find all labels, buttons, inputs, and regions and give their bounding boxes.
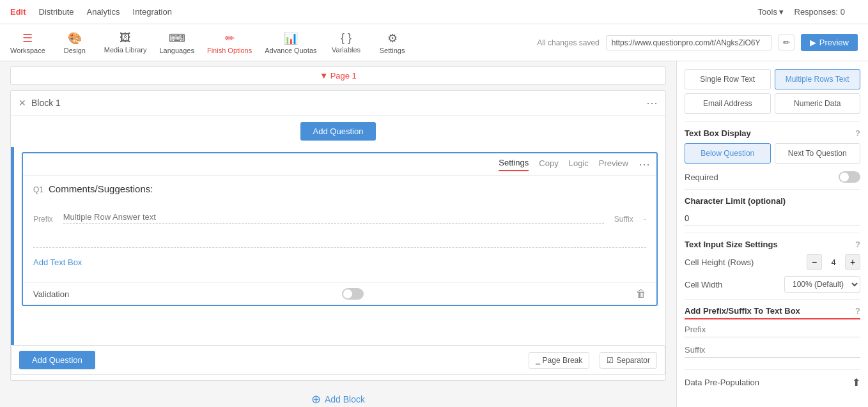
prefix-label: Prefix bbox=[33, 215, 53, 224]
text-area-row bbox=[33, 229, 646, 250]
text-box-display-help[interactable]: ? bbox=[855, 128, 860, 138]
divider-3 bbox=[685, 233, 860, 233]
cell-width-select[interactable]: 100% (Default) bbox=[784, 276, 860, 293]
toolbar-finish-options[interactable]: ✏ Finish Options bbox=[207, 31, 252, 54]
toolbar-settings[interactable]: ⚙ Settings bbox=[376, 31, 409, 54]
validation-toggle[interactable] bbox=[342, 288, 364, 300]
cell-height-increment[interactable]: + bbox=[845, 254, 860, 270]
required-toggle[interactable] bbox=[839, 171, 860, 183]
required-toggle-knob bbox=[840, 173, 849, 181]
delete-question-button[interactable]: 🗑 bbox=[636, 288, 646, 300]
survey-url-input[interactable] bbox=[606, 35, 772, 50]
text-box-display-title: Text Box Display ? bbox=[685, 128, 860, 138]
divider-5 bbox=[685, 369, 860, 370]
data-prepop-row: Data Pre-Population ⬆ bbox=[685, 376, 860, 388]
tab-preview[interactable]: Preview bbox=[599, 158, 628, 171]
toolbar-variables[interactable]: { } Variables bbox=[330, 31, 363, 54]
preview-label: Preview bbox=[819, 38, 849, 47]
survey-link[interactable]: ▼ Page 1 bbox=[320, 71, 357, 81]
right-panel: Single Row Text Multiple Rows Text Email… bbox=[676, 61, 868, 407]
add-block-wrap: ⊕ Add Block bbox=[10, 386, 666, 407]
finish-options-icon: ✏ bbox=[225, 31, 235, 45]
edit-url-button[interactable]: ✏ bbox=[779, 35, 794, 50]
nav-analytics[interactable]: Analytics bbox=[86, 7, 120, 17]
nav-edit[interactable]: Edit bbox=[10, 7, 26, 17]
question-tabs: Settings Copy Logic Preview ⋯ bbox=[23, 153, 656, 176]
page-break-icon: ⎯ bbox=[536, 356, 540, 365]
char-limit-input[interactable] bbox=[685, 211, 860, 226]
left-panel: ▼ Page 1 ✕ Block 1 ⋯ Add Question Settin… bbox=[0, 61, 676, 407]
quotas-icon: 📊 bbox=[284, 31, 298, 45]
toggle-knob bbox=[343, 289, 352, 298]
cell-height-decrement[interactable]: − bbox=[807, 254, 822, 270]
type-single-row[interactable]: Single Row Text bbox=[685, 69, 771, 89]
media-icon: 🖼 bbox=[120, 31, 131, 45]
cell-height-row: Cell Height (Rows) − 4 + bbox=[685, 254, 860, 270]
main-layout: ▼ Page 1 ✕ Block 1 ⋯ Add Question Settin… bbox=[0, 61, 868, 407]
add-block-button[interactable]: ⊕ Add Block bbox=[311, 392, 365, 406]
prefix-suffix-help[interactable]: ? bbox=[855, 306, 860, 316]
display-below-question[interactable]: Below Question bbox=[685, 143, 771, 164]
preview-button[interactable]: ▶ Preview bbox=[801, 34, 858, 51]
toolbar-design[interactable]: 🎨 Design bbox=[58, 31, 91, 54]
toolbar-languages[interactable]: ⌨ Languages bbox=[159, 31, 194, 54]
settings-label: Settings bbox=[380, 47, 405, 54]
type-multiple-rows[interactable]: Multiple Rows Text bbox=[775, 69, 861, 89]
languages-icon: ⌨ bbox=[169, 31, 185, 45]
question-card-q1: Settings Copy Logic Preview ⋯ Q1 Comment… bbox=[22, 152, 658, 306]
separator-icon: ☑ bbox=[607, 356, 614, 365]
tools-button[interactable]: Tools ▾ bbox=[758, 7, 784, 17]
data-prepop-label: Data Pre-Population bbox=[685, 378, 759, 387]
toolbar-media-library[interactable]: 🖼 Media Library bbox=[104, 31, 147, 54]
nav-integration[interactable]: Integration bbox=[133, 7, 172, 17]
page-break-label: Page Break bbox=[543, 356, 583, 365]
divider-1 bbox=[685, 121, 860, 122]
answer-text-input[interactable] bbox=[63, 211, 604, 224]
bottom-add-bar: Add Question ⎯ Page Break ☑ Separator bbox=[11, 345, 665, 375]
bottom-add-question-button[interactable]: Add Question bbox=[19, 351, 95, 369]
divider-2 bbox=[685, 189, 860, 190]
divider-4 bbox=[685, 299, 860, 300]
block-header: ✕ Block 1 ⋯ bbox=[11, 91, 665, 116]
settings-icon: ⚙ bbox=[387, 31, 398, 45]
block-toggle[interactable]: ✕ bbox=[19, 98, 26, 108]
char-limit-title: Character Limit (optional) bbox=[685, 196, 860, 206]
type-numeric[interactable]: Numeric Data bbox=[775, 93, 861, 114]
languages-label: Languages bbox=[159, 47, 194, 54]
media-label: Media Library bbox=[104, 46, 147, 54]
design-icon: 🎨 bbox=[68, 31, 82, 45]
toolbar: ☰ Workspace 🎨 Design 🖼 Media Library ⌨ L… bbox=[0, 24, 868, 61]
prefix-input[interactable] bbox=[685, 322, 860, 337]
separator-button[interactable]: ☑ Separator bbox=[600, 352, 657, 369]
text-input-size-help[interactable]: ? bbox=[855, 240, 860, 249]
variables-icon: { } bbox=[341, 31, 352, 45]
finish-options-label: Finish Options bbox=[207, 47, 252, 54]
nav-distribute[interactable]: Distribute bbox=[39, 7, 74, 17]
tab-logic[interactable]: Logic bbox=[569, 158, 589, 171]
question-more-menu[interactable]: ⋯ bbox=[639, 157, 650, 171]
type-buttons-grid: Single Row Text Multiple Rows Text Email… bbox=[685, 69, 860, 114]
page-break-button[interactable]: ⎯ Page Break bbox=[529, 352, 590, 369]
tab-copy[interactable]: Copy bbox=[539, 158, 558, 171]
required-row: Required bbox=[685, 171, 860, 183]
preview-icon: ▶ bbox=[810, 38, 816, 47]
text-area-input[interactable] bbox=[33, 229, 646, 248]
validation-row: Validation 🗑 bbox=[23, 282, 656, 305]
toolbar-workspace[interactable]: ☰ Workspace bbox=[10, 31, 45, 54]
question-text: Comments/Suggestions: bbox=[49, 183, 153, 194]
prefix-suffix-title: Add Prefix/Suffix To Text Box ? bbox=[685, 306, 860, 319]
add-text-box-button[interactable]: Add Text Box bbox=[33, 255, 82, 270]
block-menu-icon[interactable]: ⋯ bbox=[646, 96, 658, 110]
data-prepop-expand[interactable]: ⬆ bbox=[852, 376, 860, 388]
tab-settings[interactable]: Settings bbox=[499, 158, 529, 171]
top-nav-right: Tools ▾ Responses: 0 bbox=[758, 7, 858, 17]
display-next-to-question[interactable]: Next To Question bbox=[775, 143, 861, 164]
saved-text: All changes saved bbox=[537, 38, 599, 47]
suffix-input[interactable] bbox=[685, 342, 860, 358]
type-email[interactable]: Email Address bbox=[685, 93, 771, 114]
toolbar-right: All changes saved ✏ ▶ Preview bbox=[537, 34, 858, 51]
block-title: Block 1 bbox=[31, 98, 61, 108]
toolbar-advance-quotas[interactable]: 📊 Advance Quotas bbox=[265, 31, 316, 54]
top-add-question-button[interactable]: Add Question bbox=[300, 122, 376, 141]
separator-label: Separator bbox=[616, 356, 650, 365]
